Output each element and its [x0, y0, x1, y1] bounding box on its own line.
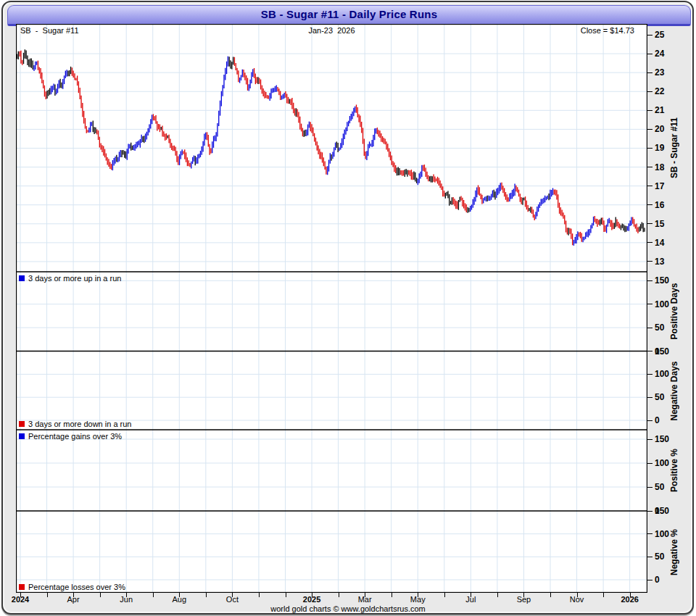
x-axis-tick	[550, 593, 551, 597]
legend-color-swatch	[19, 421, 25, 427]
x-axis-tick	[392, 593, 392, 597]
legend-color-swatch	[19, 433, 25, 439]
x-axis-tick-label: Nov	[570, 595, 584, 604]
price-runs-svg	[16, 24, 647, 593]
price-panel-right-label: SB - Sugar #11	[666, 24, 682, 272]
x-axis-tick	[286, 593, 286, 597]
subpanel-axis-tick	[647, 487, 652, 488]
subpanel-axis-tick	[647, 557, 652, 557]
price-axis-tick	[647, 167, 652, 167]
subpanel-right-label-positive-days: Positive Days	[666, 272, 682, 351]
plot-border	[17, 25, 647, 593]
legend-color-swatch	[19, 275, 25, 281]
legend-color-swatch	[19, 584, 25, 590]
subpanel-axis-tick	[647, 397, 652, 398]
x-axis-tick	[259, 593, 260, 597]
subpanel-right-label-negative-pct: Negative %	[666, 511, 682, 593]
price-axis-tick	[647, 129, 652, 130]
x-axis-tick-label: Jul	[465, 595, 476, 604]
subpanel-axis-tick	[647, 280, 652, 281]
price-axis-tick	[647, 261, 652, 262]
subpanel-right-label-positive-pct: Positive %	[666, 430, 682, 511]
subpanel-axis-tick	[647, 420, 652, 421]
price-axis-tick	[647, 186, 652, 186]
price-axis-tick	[647, 35, 652, 36]
price-axis-tick	[647, 54, 652, 54]
subpanel-axis-tick	[647, 328, 652, 328]
x-axis-tick-label: Mar	[358, 595, 372, 604]
legend-label: Percentage gains over 3%	[28, 432, 122, 441]
subpanel-legend-negative-pct: Percentage losses over 3%	[19, 583, 125, 591]
x-axis-tick	[444, 593, 445, 597]
legend-label: 3 days or more down in a run	[28, 420, 131, 428]
x-axis-tick	[603, 593, 604, 597]
subpanel-axis-tick	[647, 533, 652, 534]
x-axis-tick	[206, 593, 207, 597]
grid-lines	[16, 24, 647, 593]
x-axis-tick-label: Apr	[67, 595, 80, 604]
x-axis-tick	[339, 593, 339, 597]
x-axis-tick-label: Oct	[226, 595, 239, 604]
x-axis-tick	[100, 593, 101, 597]
title-bar: SB - Sugar #11 - Daily Price Runs	[7, 5, 691, 26]
price-axis-tick	[647, 72, 652, 73]
footer-credit: world gold charts © www.goldchartsrus.co…	[0, 604, 696, 613]
x-axis-tick-label: May	[410, 595, 426, 604]
x-axis-tick-label: 2024	[12, 595, 29, 604]
x-axis-tick-label: 2025	[303, 595, 320, 604]
chart-area	[16, 24, 647, 593]
subpanel-axis-tick	[647, 580, 652, 580]
legend-label: 3 days or more up in a run	[28, 274, 121, 283]
x-axis-tick-label: 2026	[621, 595, 638, 604]
price-axis-tick	[647, 91, 652, 92]
price-axis-tick	[647, 242, 652, 243]
window-title: SB - Sugar #11 - Daily Price Runs	[8, 6, 690, 23]
subpanel-axis-tick	[647, 439, 652, 440]
x-axis-tick	[47, 593, 48, 597]
subpanel-right-label-negative-days: Negative Days	[666, 351, 682, 430]
panel-dividers	[16, 272, 647, 511]
x-axis-tick-label: Sep	[517, 595, 531, 604]
price-axis-tick	[647, 110, 652, 111]
price-axis-tick	[647, 148, 652, 149]
chart-header-close: Close = $14.73	[16, 26, 634, 35]
price-axis-tick	[647, 223, 652, 224]
subpanel-axis-tick	[647, 374, 652, 375]
x-axis-tick-label: Aug	[173, 595, 187, 604]
subpanel-axis-tick	[647, 463, 652, 464]
subpanel-legend-negative-days: 3 days or more down in a run	[19, 420, 131, 428]
subpanel-legend-positive-days: 3 days or more up in a run	[19, 274, 121, 283]
legend-label: Percentage losses over 3%	[28, 583, 125, 591]
subpanel-legend-positive-pct: Percentage gains over 3%	[19, 432, 122, 441]
x-axis-tick	[497, 593, 498, 597]
screenshot-stage: SB - Sugar #11 - Daily Price Runs SB - S…	[0, 0, 696, 616]
subpanel-axis-tick	[647, 511, 652, 512]
x-axis-tick-label: Jun	[120, 595, 133, 604]
subpanel-axis-tick	[647, 351, 652, 351]
x-axis-tick	[153, 593, 154, 597]
price-axis-tick	[647, 204, 652, 205]
subpanel-axis-tick	[647, 304, 652, 304]
